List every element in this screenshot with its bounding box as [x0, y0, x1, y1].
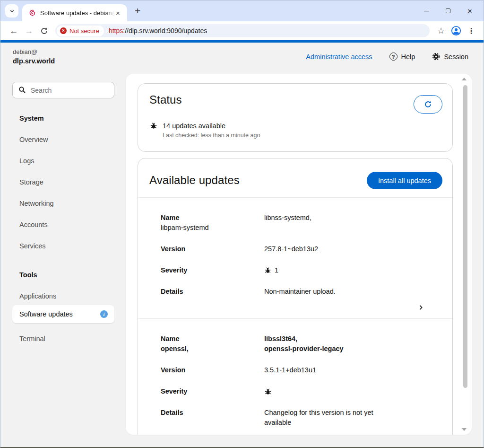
nav-section-tools: Tools: [19, 271, 37, 279]
update-row: Name libnss-systemd, libpam-systemd Vers…: [138, 198, 452, 318]
star-icon: ☆: [437, 26, 445, 36]
name-row: Name libssl3t64,: [161, 334, 441, 344]
sidebar-item-overview[interactable]: Overview: [19, 136, 48, 143]
close-button[interactable]: ×: [459, 0, 481, 21]
package-names-wrap-left: openssl,: [161, 344, 264, 354]
severity-value: [264, 387, 441, 396]
not-secure-label: Not secure: [69, 27, 99, 35]
not-secure-icon: ×: [60, 27, 67, 34]
version-value: 257.8-1~deb13u2: [264, 244, 441, 254]
info-icon: i: [100, 310, 108, 318]
severity-label: Severity: [161, 265, 264, 275]
last-checked-text: Last checked: less than a minute ago: [163, 132, 260, 139]
version-label: Version: [161, 365, 264, 375]
expand-row-button[interactable]: [161, 428, 441, 435]
bookmark-button[interactable]: ☆: [433, 23, 449, 38]
severity-row: Severity 1: [161, 265, 441, 275]
details-label: Details: [161, 287, 264, 297]
sidebar-item-networking[interactable]: Networking: [19, 200, 54, 207]
sidebar-item-label: Software updates: [19, 310, 100, 318]
back-icon: ←: [9, 26, 18, 36]
help-label: Help: [401, 53, 415, 61]
browser-menu-button[interactable]: ⋮: [464, 23, 479, 38]
sidebar-item-storage[interactable]: Storage: [19, 178, 43, 186]
kebab-menu-icon: ⋮: [467, 26, 475, 35]
not-secure-chip[interactable]: × Not secure: [57, 26, 104, 36]
version-label: Version: [161, 244, 264, 254]
masthead: debian@ dlp.srv.world Administrative acc…: [0, 43, 484, 74]
refresh-button[interactable]: [414, 95, 442, 114]
version-row: Version 257.8-1~deb13u2: [161, 244, 441, 254]
details-row: Details Changelog for this version is no…: [161, 408, 441, 428]
expand-row-button[interactable]: [161, 297, 441, 312]
toolbar-icons: ☆ ⋮: [433, 23, 479, 38]
search-input[interactable]: [12, 82, 114, 98]
name-label: Name: [161, 334, 264, 344]
masthead-actions: Administrative access ? Help Session: [306, 53, 468, 61]
host-switcher[interactable]: debian@ dlp.srv.world: [13, 48, 55, 65]
help-menu[interactable]: ? Help: [389, 53, 415, 61]
bug-icon: [150, 122, 157, 130]
scrollbar-down-arrow[interactable]: [462, 428, 467, 431]
logged-in-user: debian@: [13, 48, 55, 55]
maximize-button[interactable]: [437, 0, 459, 21]
details-row: Details Non-maintainer upload.: [161, 287, 441, 297]
back-button[interactable]: ←: [6, 23, 21, 38]
new-tab-button[interactable]: +: [135, 5, 140, 17]
scrollbar-thumb[interactable]: [463, 85, 467, 388]
nav-section-system: System: [19, 114, 44, 122]
browser-tab[interactable]: Software updates - debian@dlp ×: [22, 4, 127, 21]
session-menu[interactable]: Session: [432, 53, 468, 61]
updates-list: Name libnss-systemd, libpam-systemd Vers…: [138, 198, 452, 435]
severity-row: Severity: [161, 387, 441, 396]
profile-icon: [451, 26, 461, 36]
name-row-wrap: openssl, openssl-provider-legacy: [161, 344, 441, 354]
severity-value: 1: [264, 265, 441, 275]
url-text: https://dlp.srv.world:9090/updates: [109, 27, 207, 35]
forward-button[interactable]: →: [21, 23, 36, 38]
sidebar-item-software-updates[interactable]: Software updates i: [12, 305, 114, 323]
tab-title: Software updates - debian@dlp: [40, 9, 115, 17]
browser-window: Software updates - debian@dlp × + × ← → …: [0, 0, 484, 448]
package-names-wrap-right: openssl-provider-legacy: [264, 344, 441, 354]
install-all-updates-button[interactable]: Install all updates: [367, 172, 442, 189]
profile-button[interactable]: [449, 23, 464, 38]
reload-button[interactable]: [36, 23, 52, 38]
debian-favicon: [28, 9, 36, 17]
update-row: Name libssl3t64, openssl, openssl-provid…: [138, 318, 452, 435]
sidebar-item-terminal[interactable]: Terminal: [19, 335, 45, 343]
tab-close-icon[interactable]: ×: [116, 9, 120, 17]
chevron-down-icon: [9, 8, 15, 14]
details-label: Details: [161, 408, 264, 428]
status-card-title: Status: [149, 93, 182, 106]
severity-count: 1: [275, 265, 278, 275]
minimize-button[interactable]: [415, 0, 437, 21]
details-value: Non-maintainer upload.: [264, 287, 382, 297]
package-names-wrap: libpam-systemd: [161, 223, 264, 233]
name-label: Name: [161, 213, 264, 223]
sidebar-item-applications[interactable]: Applications: [19, 292, 56, 300]
url-rest: //dlp.srv.world:9090/updates: [125, 27, 207, 35]
name-row: Name libnss-systemd,: [161, 213, 441, 223]
updates-available-text: 14 updates available: [163, 122, 260, 130]
tab-search-button[interactable]: [5, 4, 18, 18]
available-updates-title: Available updates: [149, 174, 240, 187]
severity-label: Severity: [161, 387, 264, 396]
browser-titlebar: Software updates - debian@dlp × + ×: [0, 0, 484, 21]
available-updates-card: Available updates Install all updates Na…: [138, 158, 453, 435]
browser-toolbar: ← → × Not secure https://dlp.srv.world:9…: [0, 21, 484, 40]
session-label: Session: [444, 53, 468, 61]
minimize-icon: [424, 11, 429, 11]
cockpit-page: debian@ dlp.srv.world Administrative acc…: [0, 43, 484, 447]
sidebar-item-logs[interactable]: Logs: [19, 157, 34, 165]
hostname: dlp.srv.world: [13, 57, 55, 65]
sidebar-item-accounts[interactable]: Accounts: [19, 221, 48, 228]
scrollbar-up-arrow[interactable]: [462, 78, 467, 80]
gear-icon: [432, 53, 440, 61]
main-content-panel: Status 14 updates available Last checked…: [126, 74, 472, 435]
address-bar[interactable]: × Not secure https://dlp.srv.world:9090/…: [55, 24, 430, 37]
help-icon: ?: [389, 53, 398, 61]
sidebar-item-services[interactable]: Services: [19, 242, 46, 250]
status-texts: 14 updates available Last checked: less …: [163, 122, 260, 139]
administrative-access-link[interactable]: Administrative access: [306, 53, 372, 61]
